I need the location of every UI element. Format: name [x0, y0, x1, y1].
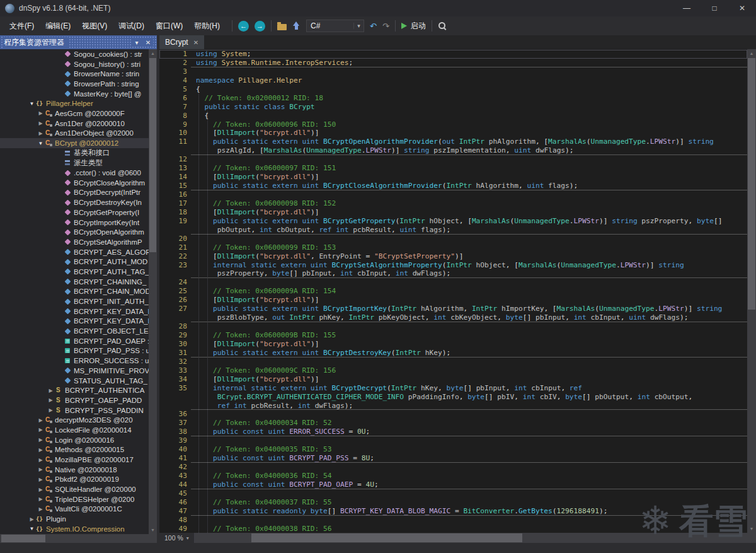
- tree-hscrollbar-thumb[interactable]: [1, 535, 45, 542]
- tab-close-icon[interactable]: ✕: [193, 39, 198, 46]
- tree-item[interactable]: Sogou_history() : stri: [0, 59, 157, 69]
- tree-item[interactable]: BCRYPT_INIT_AUTH_: [0, 296, 157, 306]
- expand-icon[interactable]: ▶: [47, 388, 55, 393]
- tree-item[interactable]: .cctor() : void @0600: [0, 168, 157, 178]
- tree-item[interactable]: BCRYPT_AUTH_TAG_L: [0, 267, 157, 277]
- tree-item[interactable]: 基类和接口: [0, 148, 157, 158]
- scroll-down-icon[interactable]: ▼: [747, 525, 756, 533]
- tree-item[interactable]: BCRYPT_CHAINING_: [0, 277, 157, 287]
- start-debug-button[interactable]: 启动: [401, 21, 426, 32]
- tree-item[interactable]: BCRYPT_CHAIN_MOD: [0, 287, 157, 297]
- maximize-button[interactable]: □: [701, 0, 728, 16]
- assembly-tree[interactable]: Sogou_cookies() : strSogou_history() : s…: [0, 49, 157, 534]
- expand-icon[interactable]: ▶: [37, 487, 45, 492]
- panel-menu-icon[interactable]: ▾: [132, 39, 142, 46]
- tree-item[interactable]: ▶Plugin: [0, 514, 157, 524]
- expand-icon[interactable]: ▶: [37, 437, 45, 443]
- tree-item[interactable]: ▶Pbkdf2 @02000019: [0, 475, 157, 485]
- expand-icon[interactable]: ▶: [37, 496, 45, 502]
- tree-item[interactable]: ▶decryptMoz3DES @020: [0, 415, 157, 425]
- menu-item[interactable]: 调试(D): [113, 18, 150, 34]
- tree-item[interactable]: BCRYPT_PAD_PSS : ui: [0, 346, 157, 356]
- tree-item[interactable]: BCRYPT_PAD_OAEP :: [0, 336, 157, 346]
- panel-close-icon[interactable]: ✕: [143, 39, 153, 46]
- tree-item[interactable]: BCryptImportKey(Int: [0, 218, 157, 228]
- tree-item[interactable]: BCryptCloseAlgorithm: [0, 178, 157, 188]
- go-to-entrypoint-icon[interactable]: [292, 21, 301, 30]
- tree-item[interactable]: ▶Login @02000016: [0, 435, 157, 445]
- expand-icon[interactable]: ▶: [47, 397, 55, 403]
- scroll-down-icon[interactable]: ▼: [149, 526, 157, 534]
- tree-item[interactable]: ▶BCRYPT_PSS_PADDIN: [0, 405, 157, 416]
- tree-item[interactable]: ▼Pillager.Helper: [0, 98, 157, 108]
- tree-item[interactable]: ERROR_SUCCESS : ui: [0, 356, 157, 366]
- collapse-icon[interactable]: ▼: [37, 141, 45, 146]
- tree-item[interactable]: ▶Native @02000018: [0, 465, 157, 475]
- tree-item[interactable]: ▶BCRYPT_OAEP_PADD: [0, 395, 157, 405]
- expand-icon[interactable]: ▶: [37, 120, 45, 126]
- menu-item[interactable]: 帮助(H): [188, 18, 226, 34]
- tree-item[interactable]: MS_PRIMITIVE_PROV: [0, 366, 157, 376]
- tree-item[interactable]: BCryptGetProperty(I: [0, 207, 157, 218]
- menu-item[interactable]: 编辑(E): [40, 18, 76, 34]
- tab-bcrypt[interactable]: BCrypt ✕: [159, 35, 204, 49]
- tree-item[interactable]: STATUS_AUTH_TAG_: [0, 376, 157, 386]
- tree-item[interactable]: BCRYPT_AUTH_MOD: [0, 257, 157, 267]
- expand-icon[interactable]: ▶: [28, 516, 36, 522]
- expand-icon[interactable]: ▶: [37, 457, 45, 463]
- expand-icon[interactable]: ▶: [47, 407, 55, 413]
- tree-scrollbar-thumb[interactable]: [149, 58, 156, 252]
- scroll-up-icon[interactable]: ▲: [149, 49, 157, 57]
- scroll-up-icon[interactable]: ▲: [747, 49, 756, 57]
- editor-hscrollbar-thumb[interactable]: [251, 533, 522, 542]
- tree-item[interactable]: ▶TripleDESHelper @0200: [0, 494, 157, 504]
- expand-icon[interactable]: ▶: [37, 467, 45, 472]
- tree-item[interactable]: ▼BCrypt @02000012: [0, 138, 157, 148]
- tree-item[interactable]: BCRYPT_KEY_DATA_B: [0, 317, 157, 327]
- navigate-back-icon[interactable]: ←: [238, 21, 249, 32]
- tree-item[interactable]: BCRYPT_OBJECT_LEN: [0, 326, 157, 336]
- tree-item[interactable]: Sogou_cookies() : str: [0, 49, 157, 59]
- editor-horizontal-scrollbar[interactable]: [195, 533, 747, 543]
- code-editor[interactable]: 1using System;2using System.Runtime.Inte…: [159, 49, 756, 533]
- open-file-icon[interactable]: [277, 24, 287, 30]
- close-button[interactable]: ✕: [728, 0, 756, 16]
- tree-item[interactable]: ▶VaultCli @0200001C: [0, 504, 157, 515]
- collapse-icon[interactable]: ▼: [28, 526, 36, 532]
- tree-item[interactable]: ▶Asn1Der @02000010: [0, 119, 157, 129]
- expand-icon[interactable]: ▶: [37, 110, 45, 116]
- tree-item[interactable]: BCryptOpenAlgorithm: [0, 227, 157, 237]
- tree-item[interactable]: ▶SQLiteHandler @020000: [0, 484, 157, 494]
- tree-item[interactable]: BCRYPT_KEY_DATA_B: [0, 306, 157, 317]
- menu-item[interactable]: 视图(V): [76, 18, 113, 34]
- redo-icon[interactable]: ↷: [382, 21, 389, 31]
- expand-icon[interactable]: ▶: [37, 506, 45, 512]
- tree-item[interactable]: BCryptDecrypt(IntPtr: [0, 188, 157, 198]
- language-selector[interactable]: C# ▾: [306, 20, 364, 32]
- expand-icon[interactable]: ▶: [37, 447, 45, 453]
- editor-scrollbar-thumb[interactable]: [748, 58, 755, 310]
- tree-item[interactable]: ▶AesGcm @0200000F: [0, 108, 157, 119]
- tree-item[interactable]: ▶LockedFile @02000014: [0, 425, 157, 435]
- zoom-control[interactable]: 100 % ▾: [159, 533, 195, 543]
- expand-icon[interactable]: ▶: [37, 427, 45, 433]
- tree-horizontal-scrollbar[interactable]: [0, 534, 149, 543]
- collapse-icon[interactable]: ▼: [28, 101, 36, 107]
- search-icon[interactable]: [438, 21, 447, 30]
- tree-item[interactable]: BrowserPath : string: [0, 79, 157, 89]
- tree-item[interactable]: BCRYPT_AES_ALGORI: [0, 247, 157, 257]
- undo-icon[interactable]: ↶: [370, 21, 377, 31]
- menu-item[interactable]: 文件(F): [4, 18, 40, 34]
- navigate-forward-icon[interactable]: →: [255, 21, 265, 32]
- expand-icon[interactable]: ▶: [37, 417, 45, 423]
- tree-item[interactable]: BCryptSetAlgorithmP: [0, 237, 157, 247]
- tree-item[interactable]: ▶Methods @02000015: [0, 445, 157, 455]
- tree-item[interactable]: ▶Asn1DerObject @02000: [0, 129, 157, 139]
- tree-item[interactable]: 派生类型: [0, 158, 157, 168]
- tree-item[interactable]: ▶MozillaPBE @02000017: [0, 455, 157, 465]
- expand-icon[interactable]: ▶: [37, 131, 45, 136]
- tree-item[interactable]: ▼System.IO.Compression: [0, 524, 157, 534]
- menu-item[interactable]: 窗口(W): [150, 18, 188, 34]
- tree-vertical-scrollbar[interactable]: ▲ ▼: [149, 49, 157, 534]
- tree-item[interactable]: BCryptDestroyKey(In: [0, 197, 157, 207]
